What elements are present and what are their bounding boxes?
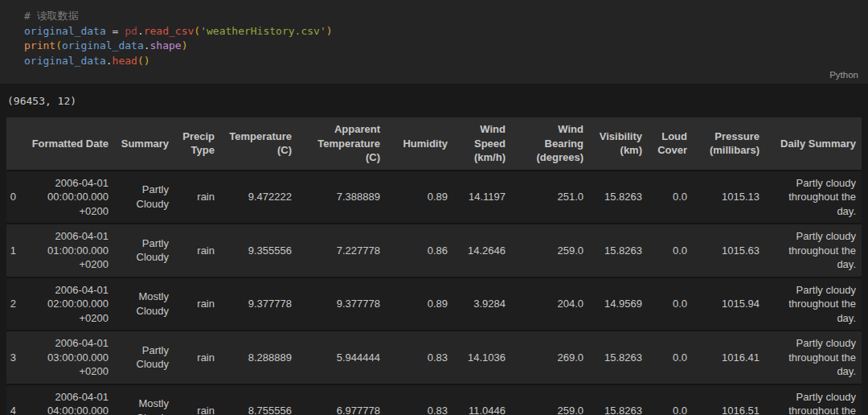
column-header: Pressure (millibars) xyxy=(695,117,768,171)
code-token-bracket: ) xyxy=(326,25,333,37)
table-cell: 0.0 xyxy=(650,224,695,277)
table-row: 02006-04-01 00:00:00.000 +0200Partly Clo… xyxy=(6,171,862,224)
code-token-plain: . xyxy=(144,39,150,51)
table-cell: 8.288889 xyxy=(223,331,300,384)
table-cell: 2006-04-01 04:00:00.000 +0200 xyxy=(26,384,117,415)
table-cell: 0.0 xyxy=(650,331,695,384)
row-index: 3 xyxy=(6,331,26,384)
code-token-variable: original_data xyxy=(24,25,106,37)
table-cell: Partly cloudy throughout the day. xyxy=(768,171,862,224)
table-cell: 7.388889 xyxy=(300,171,388,224)
code-token-builtin: print xyxy=(24,39,55,51)
code-line: print(original_data.shape) xyxy=(24,39,868,54)
code-token-function: head xyxy=(113,55,137,67)
table-cell: 204.0 xyxy=(514,277,592,331)
code-cell: # 读取数据original_data = pd.read_csv('weath… xyxy=(0,0,868,84)
code-token-bracket: ( xyxy=(55,39,62,51)
column-header: Wind Speed (km/h) xyxy=(456,117,514,171)
column-header: Daily Summary xyxy=(768,117,862,171)
table-row: 42006-04-01 04:00:00.000 +0200Mostly Clo… xyxy=(6,384,862,415)
column-header: Apparent Temperature (C) xyxy=(300,117,388,171)
code-token-bracket: ) xyxy=(182,39,188,51)
table-cell: 6.977778 xyxy=(300,384,388,415)
row-index: 2 xyxy=(6,277,26,331)
column-header: Temperature (C) xyxy=(223,117,300,171)
table-cell: 0.83 xyxy=(388,331,456,384)
table-cell: 1015.94 xyxy=(695,277,768,331)
table-row: 32006-04-01 03:00:00.000 +0200Partly Clo… xyxy=(6,331,862,384)
code-token-string: 'weatherHistory.csv' xyxy=(200,25,326,37)
code-editor[interactable]: # 读取数据original_data = pd.read_csv('weath… xyxy=(24,9,868,68)
table-cell: 11.0446 xyxy=(456,384,514,415)
table-cell: Partly cloudy throughout the day. xyxy=(768,224,862,277)
column-header: Summary xyxy=(117,117,177,171)
row-index: 0 xyxy=(6,171,26,224)
cell-language-picker[interactable]: Python xyxy=(829,70,858,80)
code-token-variable: original_data xyxy=(24,55,106,67)
table-cell: 259.0 xyxy=(514,224,592,277)
row-index: 4 xyxy=(6,384,26,415)
table-cell: 0.83 xyxy=(388,384,456,415)
table-cell: 7.227778 xyxy=(300,224,388,277)
code-token-plain: . xyxy=(106,55,113,67)
table-cell: 3.9284 xyxy=(456,277,514,331)
code-token-variable: original_data xyxy=(62,39,144,51)
table-cell: Partly cloudy throughout the day. xyxy=(768,384,862,415)
table-cell: 14.2646 xyxy=(456,224,514,277)
notebook: # 读取数据original_data = pd.read_csv('weath… xyxy=(0,0,868,415)
column-header: Precip Type xyxy=(177,117,223,171)
table-cell: 2006-04-01 02:00:00.000 +0200 xyxy=(26,277,117,331)
code-line: original_data.head() xyxy=(24,54,868,69)
table-body: 02006-04-01 00:00:00.000 +0200Partly Clo… xyxy=(6,171,862,415)
code-token-comment: # 读取数据 xyxy=(24,10,79,22)
header-row: Formatted DateSummaryPrecip TypeTemperat… xyxy=(6,117,862,171)
table-cell: Partly cloudy throughout the day. xyxy=(768,331,862,384)
dataframe-table: Formatted DateSummaryPrecip TypeTemperat… xyxy=(6,117,862,415)
table-cell: Mostly Cloudy xyxy=(117,384,177,415)
table-cell: 0.86 xyxy=(388,224,456,277)
code-token-function: read_csv xyxy=(144,25,194,37)
code-line: original_data = pd.read_csv('weatherHist… xyxy=(24,24,868,39)
table-cell: 15.8263 xyxy=(592,384,650,415)
code-token-plain: . xyxy=(137,25,144,37)
code-token-bracket: ) xyxy=(144,55,150,67)
code-token-plain xyxy=(106,25,113,37)
table-cell: 1015.13 xyxy=(695,171,768,224)
table-cell: 14.9569 xyxy=(592,277,650,331)
table-cell: 1016.41 xyxy=(695,331,768,384)
table-cell: 0.89 xyxy=(388,277,456,331)
shape-output-text: (96453, 12) xyxy=(7,95,868,107)
table-cell: 9.355556 xyxy=(223,224,300,277)
table-cell: 2006-04-01 03:00:00.000 +0200 xyxy=(26,331,117,384)
column-header: Loud Cover xyxy=(650,117,695,171)
table-cell: Partly Cloudy xyxy=(117,224,177,277)
table-cell: 9.377778 xyxy=(300,277,388,331)
code-token-bracket: ( xyxy=(194,25,200,37)
table-cell: 0.0 xyxy=(650,384,695,415)
table-cell: 14.1036 xyxy=(456,331,514,384)
table-cell: rain xyxy=(177,277,223,331)
table-cell: 8.755556 xyxy=(223,384,300,415)
code-token-bracket: ( xyxy=(137,55,144,67)
table-cell: rain xyxy=(177,331,223,384)
table-cell: 9.377778 xyxy=(223,277,300,331)
table-cell: rain xyxy=(177,384,223,415)
code-token-property: shape xyxy=(150,39,182,51)
table-row: 22006-04-01 02:00:00.000 +0200Mostly Clo… xyxy=(6,277,862,331)
table-cell: 251.0 xyxy=(514,171,592,224)
table-cell: 269.0 xyxy=(514,331,592,384)
table-cell: 15.8263 xyxy=(592,171,650,224)
table-cell: 9.472222 xyxy=(223,171,300,224)
table-cell: 14.1197 xyxy=(456,171,514,224)
table-cell: rain xyxy=(177,224,223,277)
table-cell: 15.8263 xyxy=(592,331,650,384)
table-cell: Partly Cloudy xyxy=(117,171,177,224)
row-index: 1 xyxy=(6,224,26,277)
table-cell: 2006-04-01 00:00:00.000 +0200 xyxy=(26,171,117,224)
table-cell: 1015.63 xyxy=(695,224,768,277)
table-cell: 0.0 xyxy=(650,171,695,224)
table-cell: 259.0 xyxy=(514,384,592,415)
table-cell: rain xyxy=(177,171,223,224)
code-token-module: pd xyxy=(125,25,137,37)
table-cell: 1016.51 xyxy=(695,384,768,415)
